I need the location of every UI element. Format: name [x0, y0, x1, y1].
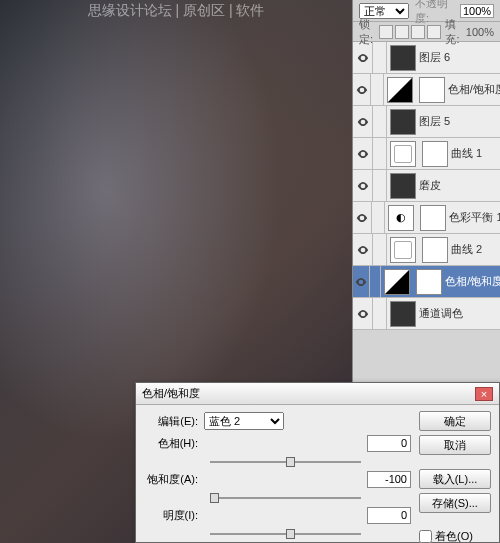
- edit-label: 编辑(E):: [144, 414, 204, 429]
- visibility-eye-icon[interactable]: [353, 106, 373, 138]
- mask-thumb[interactable]: [420, 205, 446, 231]
- curves-thumb[interactable]: [390, 237, 416, 263]
- lock-position-icon[interactable]: [411, 25, 425, 39]
- layers-list: 图层 6色相/饱和度图层 5曲线 1磨皮◐色彩平衡 1曲线 2色相/饱和度 1通…: [353, 42, 500, 398]
- visibility-eye-icon[interactable]: [353, 202, 372, 234]
- layer-row[interactable]: 磨皮: [353, 170, 500, 202]
- image-thumb[interactable]: [390, 45, 416, 71]
- hue-label: 色相(H):: [144, 436, 204, 451]
- hue-slider[interactable]: [210, 455, 361, 469]
- colorize-label: 着色(O): [435, 529, 473, 543]
- visibility-eye-icon[interactable]: [353, 234, 373, 266]
- color-balance-thumb[interactable]: ◐: [388, 205, 414, 231]
- layer-row[interactable]: 色相/饱和度: [353, 74, 500, 106]
- hue-saturation-dialog: 色相/饱和度 × 编辑(E): 蓝色 2 色相(H): 饱和度(A): 明度(I…: [135, 382, 500, 543]
- saturation-input[interactable]: [367, 471, 411, 488]
- link-column: [373, 42, 387, 74]
- colorize-checkbox[interactable]: [419, 530, 432, 543]
- layer-name[interactable]: 色相/饱和度: [448, 82, 500, 97]
- adjustment-thumb[interactable]: [387, 77, 413, 103]
- layer-row[interactable]: 图层 5: [353, 106, 500, 138]
- visibility-eye-icon[interactable]: [353, 138, 373, 170]
- close-icon[interactable]: ×: [475, 387, 493, 401]
- visibility-eye-icon[interactable]: [353, 298, 373, 330]
- mask-thumb[interactable]: [422, 237, 448, 263]
- layer-row[interactable]: ◐色彩平衡 1: [353, 202, 500, 234]
- link-column: [372, 202, 385, 234]
- adjustment-thumb[interactable]: [384, 269, 410, 295]
- visibility-eye-icon[interactable]: [353, 266, 370, 298]
- layer-name[interactable]: 图层 5: [419, 114, 450, 129]
- fill-label: 填充:: [445, 17, 461, 47]
- save-button[interactable]: 存储(S)...: [419, 493, 491, 513]
- link-column: [370, 266, 382, 298]
- layer-name[interactable]: 磨皮: [419, 178, 441, 193]
- dialog-titlebar[interactable]: 色相/饱和度 ×: [136, 383, 499, 405]
- visibility-eye-icon[interactable]: [353, 74, 371, 106]
- saturation-slider[interactable]: [210, 491, 361, 505]
- mask-thumb[interactable]: [416, 269, 442, 295]
- link-column: [373, 298, 387, 330]
- link-column: [373, 138, 387, 170]
- layer-row[interactable]: 色相/饱和度 1: [353, 266, 500, 298]
- image-thumb[interactable]: [390, 301, 416, 327]
- opacity-value[interactable]: 100%: [460, 4, 494, 18]
- lock-transparent-icon[interactable]: [379, 25, 393, 39]
- layer-row[interactable]: 曲线 1: [353, 138, 500, 170]
- curves-thumb[interactable]: [390, 141, 416, 167]
- layers-panel: 正常 不透明度: 100% 锁定: 填充: 100% 图层 6色相/饱和度图层 …: [352, 0, 500, 400]
- visibility-eye-icon[interactable]: [353, 42, 373, 74]
- fill-value[interactable]: 100%: [466, 26, 494, 38]
- dialog-title: 色相/饱和度: [142, 386, 200, 401]
- lock-icons: [379, 25, 441, 39]
- layer-name[interactable]: 曲线 1: [451, 146, 482, 161]
- panel-lock-row: 锁定: 填充: 100%: [353, 22, 500, 42]
- edit-select[interactable]: 蓝色 2: [204, 412, 284, 430]
- link-column: [373, 106, 387, 138]
- image-thumb[interactable]: [390, 173, 416, 199]
- link-column: [373, 170, 387, 202]
- hue-input[interactable]: [367, 435, 411, 452]
- lock-image-icon[interactable]: [395, 25, 409, 39]
- image-thumb[interactable]: [390, 109, 416, 135]
- layer-name[interactable]: 色相/饱和度 1: [445, 274, 500, 289]
- layer-row[interactable]: 曲线 2: [353, 234, 500, 266]
- lock-all-icon[interactable]: [427, 25, 441, 39]
- saturation-label: 饱和度(A):: [144, 472, 204, 487]
- watermark-top: 思缘设计论坛 | 原创区 | 软件: [88, 2, 265, 20]
- ok-button[interactable]: 确定: [419, 411, 491, 431]
- layer-name[interactable]: 色彩平衡 1: [449, 210, 500, 225]
- link-column: [373, 234, 387, 266]
- cancel-button[interactable]: 取消: [419, 435, 491, 455]
- link-column: [371, 74, 384, 106]
- mask-thumb[interactable]: [419, 77, 445, 103]
- lightness-label: 明度(I):: [144, 508, 204, 523]
- layer-row[interactable]: 图层 6: [353, 42, 500, 74]
- layer-row[interactable]: 通道调色: [353, 298, 500, 330]
- mask-thumb[interactable]: [422, 141, 448, 167]
- layer-name[interactable]: 通道调色: [419, 306, 463, 321]
- layer-name[interactable]: 图层 6: [419, 50, 450, 65]
- layer-name[interactable]: 曲线 2: [451, 242, 482, 257]
- visibility-eye-icon[interactable]: [353, 170, 373, 202]
- lightness-input[interactable]: [367, 507, 411, 524]
- load-button[interactable]: 载入(L)...: [419, 469, 491, 489]
- lightness-slider[interactable]: [210, 527, 361, 541]
